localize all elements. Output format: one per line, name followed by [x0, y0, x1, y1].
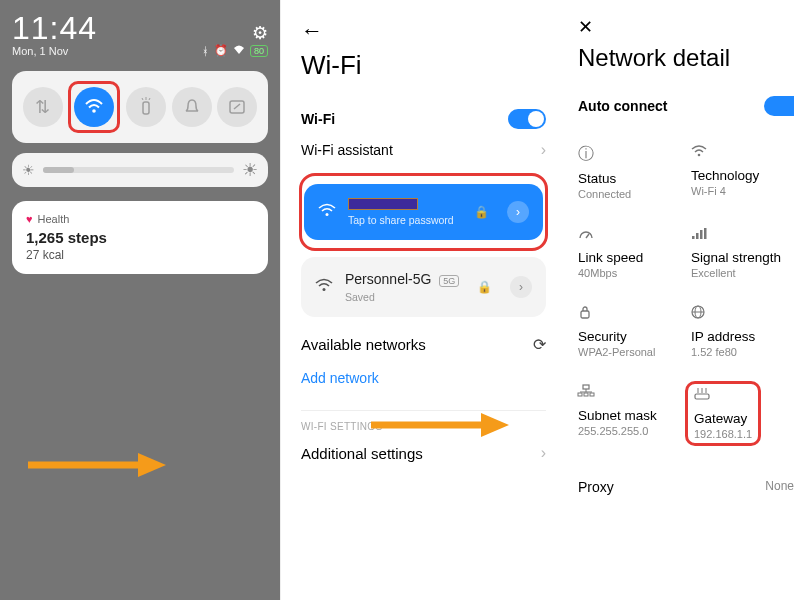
- gateway-tile: Gateway 192.168.1.1: [691, 384, 794, 443]
- saved-network-status: Saved: [345, 291, 465, 303]
- status-icons: ᚼ ⏰ 80: [202, 44, 268, 57]
- details-grid: ⓘ Status Connected Technology Wi-Fi 4 Li…: [578, 144, 794, 443]
- wifi-assistant-row[interactable]: Wi-Fi assistant ›: [301, 139, 546, 169]
- health-kcal: 27 kcal: [26, 248, 254, 262]
- svg-marker-7: [138, 453, 166, 477]
- health-card[interactable]: ♥ Health 1,265 steps 27 kcal: [12, 201, 268, 274]
- svg-rect-26: [584, 393, 588, 396]
- saved-network[interactable]: Personnel-5G 5G Saved 🔒 ›: [301, 257, 546, 317]
- signal-tile: Signal strength Excellent: [691, 226, 794, 279]
- security-label: Security: [578, 329, 681, 344]
- wifi-toggle-row[interactable]: Wi-Fi: [301, 99, 546, 139]
- status-bar: 11:44 Mon, 1 Nov ⚙ ᚼ ⏰ 80: [12, 10, 268, 57]
- signal-value: Excellent: [691, 267, 794, 279]
- lock-icon: 🔒: [474, 205, 489, 219]
- additional-settings-label: Additional settings: [301, 445, 423, 462]
- brightness-low-icon: ☀: [22, 162, 35, 178]
- svg-rect-25: [578, 393, 582, 396]
- svg-point-9: [323, 288, 326, 291]
- svg-point-8: [326, 213, 329, 216]
- auto-connect-row[interactable]: Auto connect: [578, 90, 794, 136]
- red-highlight-connected: Tap to share password 🔒 ›: [299, 173, 548, 251]
- heart-icon: ♥: [26, 213, 33, 225]
- battery-icon: 80: [250, 45, 268, 57]
- mobile-data-tile[interactable]: ⇅: [23, 87, 63, 127]
- connected-network[interactable]: Tap to share password 🔒 ›: [304, 184, 543, 240]
- screenshot-tile[interactable]: [217, 87, 257, 127]
- security-tile: Security WPA2-Personal: [578, 305, 681, 358]
- svg-rect-1: [143, 102, 149, 114]
- connected-network-info: Tap to share password: [348, 198, 462, 226]
- status-value: Connected: [578, 188, 681, 200]
- wifi-toggle-label: Wi-Fi: [301, 111, 335, 127]
- gateway-value: 192.168.1.1: [694, 428, 752, 440]
- annotation-arrow-1: [28, 450, 168, 480]
- signal-icon: [691, 226, 794, 244]
- svg-rect-17: [704, 228, 707, 239]
- notification-shade: 11:44 Mon, 1 Nov ⚙ ᚼ ⏰ 80 ⇅: [0, 0, 280, 600]
- subnet-tile: Subnet mask 255.255.255.0: [578, 384, 681, 443]
- date: Mon, 1 Nov: [12, 45, 97, 57]
- svg-rect-14: [692, 236, 695, 239]
- red-highlight-gateway: Gateway 192.168.1.1: [685, 381, 761, 446]
- wifi-icon: [84, 99, 104, 115]
- connected-ssid-redacted: [348, 198, 418, 210]
- bluetooth-icon: ᚼ: [202, 45, 209, 57]
- health-steps: 1,265 steps: [26, 229, 254, 246]
- lock-icon: 🔒: [477, 280, 492, 294]
- health-card-title: ♥ Health: [26, 213, 254, 225]
- svg-rect-18: [581, 311, 589, 318]
- back-button[interactable]: ←: [301, 10, 546, 50]
- status-label: Status: [578, 171, 681, 186]
- wifi-icon: [318, 202, 336, 223]
- ip-value: 1.52 fe80: [691, 346, 794, 358]
- refresh-icon[interactable]: ⟳: [533, 335, 546, 354]
- add-network-button[interactable]: Add network: [301, 370, 546, 386]
- svg-rect-16: [700, 230, 703, 239]
- info-icon: ⓘ: [578, 144, 681, 165]
- speed-icon: [578, 226, 681, 244]
- flashlight-tile[interactable]: [126, 87, 166, 127]
- gateway-label: Gateway: [694, 411, 752, 426]
- svg-rect-27: [590, 393, 594, 396]
- red-highlight-wifi: [68, 81, 120, 133]
- globe-icon: [691, 305, 794, 323]
- technology-tile: Technology Wi-Fi 4: [691, 144, 794, 200]
- subnet-label: Subnet mask: [578, 408, 681, 423]
- wifi-tile[interactable]: [74, 87, 114, 127]
- chevron-right-icon: ›: [541, 141, 546, 159]
- alarm-icon: ⏰: [214, 44, 228, 57]
- auto-connect-toggle[interactable]: [764, 96, 794, 116]
- svg-point-12: [698, 154, 701, 157]
- link-speed-value: 40Mbps: [578, 267, 681, 279]
- close-button[interactable]: ✕: [578, 0, 794, 44]
- clock: 11:44: [12, 10, 97, 47]
- wifi-icon: [691, 144, 794, 162]
- brightness-slider[interactable]: ☀ ☀: [12, 153, 268, 187]
- page-title: Wi-Fi: [301, 50, 546, 81]
- proxy-row[interactable]: Proxy None: [578, 479, 794, 495]
- sound-tile[interactable]: [172, 87, 212, 127]
- proxy-value: None: [765, 479, 794, 495]
- settings-gear-icon[interactable]: ⚙: [202, 22, 268, 44]
- annotation-arrow-2: [371, 410, 511, 440]
- svg-point-0: [93, 109, 97, 113]
- svg-line-3: [142, 98, 143, 100]
- ip-tile: IP address 1.52 fe80: [691, 305, 794, 358]
- wifi-toggle[interactable]: [508, 109, 546, 129]
- technology-label: Technology: [691, 168, 794, 183]
- svg-rect-31: [695, 394, 709, 399]
- subnet-value: 255.255.255.0: [578, 425, 681, 437]
- network-details-button[interactable]: ›: [507, 201, 529, 223]
- link-speed-label: Link speed: [578, 250, 681, 265]
- link-speed-tile: Link speed 40Mbps: [578, 226, 681, 279]
- status-tile: ⓘ Status Connected: [578, 144, 681, 200]
- brightness-high-icon: ☀: [242, 159, 258, 181]
- saved-ssid: Personnel-5G: [345, 271, 431, 287]
- quick-settings-row: ⇅: [12, 71, 268, 143]
- signal-label: Signal strength: [691, 250, 794, 265]
- network-details-button[interactable]: ›: [510, 276, 532, 298]
- svg-line-13: [586, 234, 589, 238]
- svg-rect-22: [583, 385, 589, 389]
- wifi-status-icon: [233, 45, 245, 57]
